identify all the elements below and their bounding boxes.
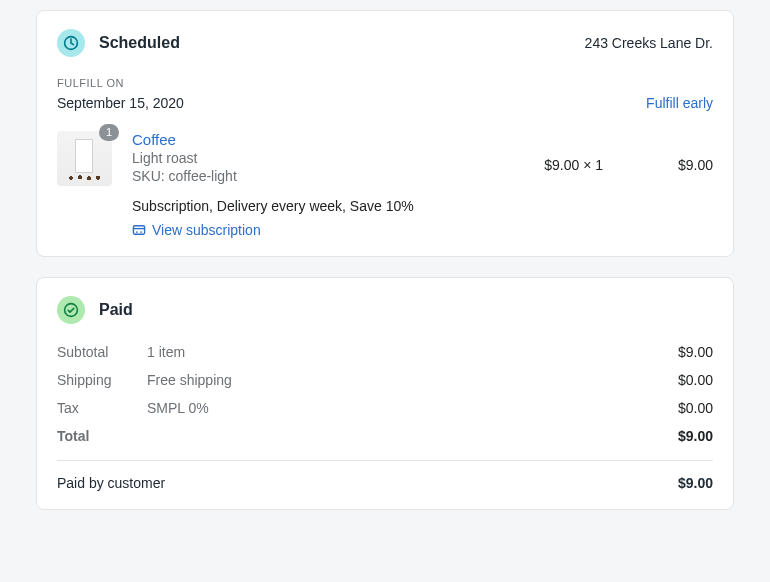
- subtotal-amount: $9.00: [678, 344, 713, 360]
- tax-row: Tax SMPL 0% $0.00: [57, 394, 713, 422]
- scheduled-title-group: Scheduled: [57, 29, 180, 57]
- subtotal-mid: 1 item: [147, 344, 678, 360]
- subtotal-label: Subtotal: [57, 344, 147, 360]
- line-item-info: Coffee Light roast SKU: coffee-light: [132, 131, 237, 184]
- fulfill-row: September 15, 2020 Fulfill early: [57, 95, 713, 111]
- view-subscription-row: View subscription: [132, 222, 713, 238]
- tax-mid: SMPL 0%: [147, 400, 678, 416]
- subscription-description: Subscription, Delivery every week, Save …: [132, 198, 713, 214]
- fulfill-on-label: FULFILL ON: [57, 77, 713, 89]
- tax-label: Tax: [57, 400, 147, 416]
- line-item: 1 Coffee Light roast SKU: coffee-light $…: [57, 131, 713, 238]
- paid-header: Paid: [57, 296, 713, 324]
- product-sku: SKU: coffee-light: [132, 168, 237, 184]
- check-circle-icon: [57, 296, 85, 324]
- clock-icon: [57, 29, 85, 57]
- scheduled-title: Scheduled: [99, 34, 180, 52]
- fulfill-early-link[interactable]: Fulfill early: [646, 95, 713, 111]
- paid-by-customer-label: Paid by customer: [57, 475, 165, 491]
- svg-point-3: [140, 231, 142, 233]
- fulfill-block: FULFILL ON September 15, 2020 Fulfill ea…: [57, 77, 713, 111]
- scheduled-header: Scheduled 243 Creeks Lane Dr.: [57, 29, 713, 57]
- product-thumbnail[interactable]: 1: [57, 131, 112, 238]
- total-row: Total $9.00: [57, 422, 713, 450]
- shipping-label: Shipping: [57, 372, 147, 388]
- divider: [57, 460, 713, 461]
- product-title-link[interactable]: Coffee: [132, 131, 237, 148]
- line-item-main: Coffee Light roast SKU: coffee-light $9.…: [132, 131, 713, 238]
- quantity-badge: 1: [99, 124, 119, 141]
- paid-card: Paid Subtotal 1 item $9.00 Shipping Free…: [36, 277, 734, 510]
- shipping-mid: Free shipping: [147, 372, 678, 388]
- svg-point-2: [136, 231, 138, 233]
- scheduled-card: Scheduled 243 Creeks Lane Dr. FULFILL ON…: [36, 10, 734, 257]
- svg-point-4: [65, 304, 78, 317]
- fulfill-date: September 15, 2020: [57, 95, 184, 111]
- shipping-address: 243 Creeks Lane Dr.: [585, 35, 713, 51]
- shipping-amount: $0.00: [678, 372, 713, 388]
- paid-by-customer-amount: $9.00: [678, 475, 713, 491]
- paid-title: Paid: [99, 301, 133, 319]
- subtotal-row: Subtotal 1 item $9.00: [57, 338, 713, 366]
- unit-price: $9.00 × 1: [544, 157, 603, 173]
- subscription-icon: [132, 223, 146, 237]
- svg-rect-1: [133, 226, 144, 234]
- total-label: Total: [57, 428, 147, 444]
- total-amount: $9.00: [678, 428, 713, 444]
- line-item-top: Coffee Light roast SKU: coffee-light $9.…: [132, 131, 713, 184]
- shipping-row: Shipping Free shipping $0.00: [57, 366, 713, 394]
- line-item-pricing: $9.00 × 1 $9.00: [544, 143, 713, 173]
- view-subscription-link[interactable]: View subscription: [152, 222, 261, 238]
- paid-by-customer-row: Paid by customer $9.00: [57, 467, 713, 491]
- product-variant: Light roast: [132, 150, 237, 166]
- line-total: $9.00: [653, 157, 713, 173]
- tax-amount: $0.00: [678, 400, 713, 416]
